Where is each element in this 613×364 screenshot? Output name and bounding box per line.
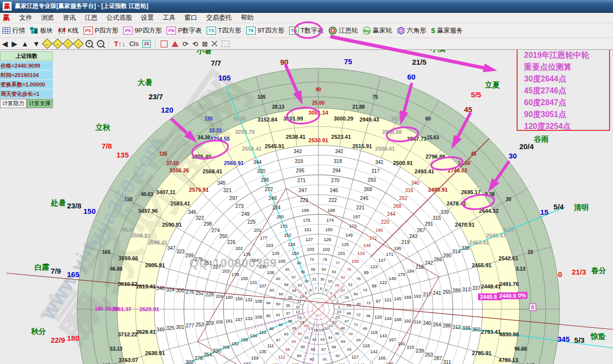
sort-arrows-icon[interactable]: T↑↓: [114, 40, 126, 48]
svg-text:239: 239: [416, 348, 424, 354]
toolbar-button-K线[interactable]: K线: [56, 26, 80, 36]
toolbar-button-T数字表[interactable]: TNT数字表: [288, 26, 325, 36]
svg-text:12: 12: [296, 305, 300, 309]
svg-text:169: 169: [404, 295, 411, 300]
svg-text:248: 248: [268, 196, 277, 201]
menu-item-公式选股[interactable]: 公式选股: [102, 13, 136, 23]
svg-text:处暑: 处暑: [50, 199, 66, 207]
toolbar-button-行情[interactable]: 行情: [1, 26, 27, 36]
shift-right-button[interactable]: →: [52, 39, 63, 49]
boxed-x-icon[interactable]: ⊠: [202, 40, 208, 48]
shift-left-button[interactable]: ←: [42, 39, 52, 49]
menu-bar: 赢 文件浏览资讯江恩公式选股设置工具窗口交易委托帮助: [0, 13, 613, 23]
toolbar-button-T四方形[interactable]: TST四方形: [205, 26, 243, 36]
zoom-out-icon[interactable]: −: [97, 40, 104, 47]
svg-text:242: 242: [425, 260, 433, 266]
svg-text:3101.99: 3101.99: [283, 116, 303, 121]
svg-text:29: 29: [328, 279, 332, 283]
menu-item-工具[interactable]: 工具: [158, 13, 180, 23]
svg-text:216: 216: [414, 320, 421, 324]
svg-text:2628.41: 2628.41: [136, 329, 156, 335]
svg-text:252: 252: [196, 290, 204, 296]
svg-text:22/9: 22/9: [50, 336, 65, 344]
svg-text:37: 37: [286, 311, 290, 316]
selection-tool-icon[interactable]: [221, 40, 229, 47]
cross-arrows-icon[interactable]: ⤫: [212, 40, 217, 48]
toolbar-button-9T四方形[interactable]: T99T四方形: [245, 26, 286, 36]
zoom-in-icon[interactable]: +: [86, 40, 93, 47]
menu-item-设置[interactable]: 设置: [136, 13, 158, 23]
svg-text:92: 92: [336, 354, 340, 358]
svg-text:75: 75: [372, 94, 378, 100]
svg-text:324: 324: [166, 287, 175, 292]
svg-text:179: 179: [231, 272, 239, 277]
svg-text:167: 167: [389, 337, 396, 342]
menu-item-文件[interactable]: 文件: [15, 13, 37, 23]
svg-text:265: 265: [442, 289, 451, 295]
svg-text:54: 54: [321, 267, 326, 272]
svg-text:15: 15: [527, 249, 533, 255]
六角形-icon: [397, 27, 405, 35]
svg-text:240: 240: [423, 321, 432, 326]
calc-resistance-button[interactable]: 计算阻力: [0, 99, 27, 108]
square-tool-icon[interactable]: [161, 40, 168, 47]
toolbar-button-板块[interactable]: 板块: [29, 26, 54, 36]
svg-text:2493.41: 2493.41: [414, 168, 434, 174]
toolbar-button-江恩轮[interactable]: 江恩轮: [327, 26, 359, 36]
next-button[interactable]: ▶: [12, 40, 18, 48]
toolbar-button-赢家服务[interactable]: $赢家服务: [430, 26, 464, 36]
svg-text:197: 197: [353, 214, 360, 219]
svg-text:49: 49: [356, 302, 361, 306]
rotate-ccw-icon[interactable]: ⟲: [192, 40, 198, 48]
svg-text:78: 78: [323, 257, 327, 262]
prev-button[interactable]: ◀: [2, 40, 8, 48]
svg-text:219: 219: [401, 240, 410, 245]
svg-text:60: 60: [425, 116, 431, 121]
toolbar-button-六角形[interactable]: 六角形: [395, 26, 428, 36]
menu-item-窗口[interactable]: 窗口: [180, 13, 202, 23]
menu-item-帮助[interactable]: 帮助: [236, 13, 258, 23]
pointer-down-button[interactable]: ▼: [33, 40, 40, 48]
menu-item-浏览[interactable]: 浏览: [37, 13, 58, 23]
shift-down-button[interactable]: ↓: [73, 39, 84, 49]
svg-text:318: 318: [334, 159, 342, 164]
svg-text:31: 31: [312, 277, 316, 282]
toolbar-button-9P四方形[interactable]: P99P四方形: [122, 26, 163, 36]
svg-text:15: 15: [540, 208, 549, 216]
rotate-cw-icon[interactable]: ⟳: [182, 40, 188, 48]
main-toolbar: 行情板块K线PSP四方形P99P四方形PNP数字表TST四方形T99T四方形TN…: [0, 23, 613, 38]
toolbar-button-P四方形[interactable]: PSP四方形: [82, 26, 120, 36]
svg-text:201: 201: [254, 228, 262, 233]
svg-text:180: 180: [67, 334, 79, 342]
triangle-tool-icon[interactable]: [172, 41, 178, 47]
menu-item-资讯[interactable]: 资讯: [58, 13, 80, 23]
svg-text:224: 224: [272, 205, 281, 210]
svg-text:16: 16: [304, 324, 308, 328]
svg-text:191: 191: [398, 341, 405, 346]
svg-text:立秋: 立秋: [95, 123, 111, 131]
svg-text:273: 273: [235, 203, 244, 209]
svg-text:17: 17: [308, 326, 312, 331]
pointer-up-button[interactable]: ▲: [21, 40, 29, 48]
svg-text:7: 7: [314, 286, 317, 291]
svg-text:2695.17: 2695.17: [461, 189, 481, 195]
shift-up-button[interactable]: ↑: [63, 39, 73, 49]
svg-text:296: 296: [261, 177, 269, 183]
menu-item-江恩[interactable]: 江恩: [80, 13, 102, 23]
svg-text:82: 82: [276, 277, 281, 281]
menu-item-交易委托[interactable]: 交易委托: [202, 13, 236, 23]
svg-text:222: 222: [329, 198, 337, 203]
svg-text:79: 79: [309, 257, 314, 262]
toolbar-button-P数字表[interactable]: PNP数字表: [165, 26, 203, 36]
svg-text:118: 118: [363, 343, 370, 348]
toolbar-button-赢家轮[interactable]: Big赢家轮: [361, 26, 394, 36]
svg-text:172: 172: [369, 236, 377, 241]
info-row-3: 周天变化步长=1: [0, 89, 53, 98]
svg-text:349: 349: [156, 327, 165, 332]
calc-support-button[interactable]: 计算支撑: [27, 99, 53, 108]
note-line-0: 2019年江恩轮中轮: [524, 50, 609, 61]
cls-button[interactable]: Cls: [129, 40, 138, 47]
svg-text:204: 204: [216, 294, 223, 299]
svg-text:168: 168: [394, 317, 401, 322]
calendar-icon[interactable]: 21: [142, 40, 151, 48]
